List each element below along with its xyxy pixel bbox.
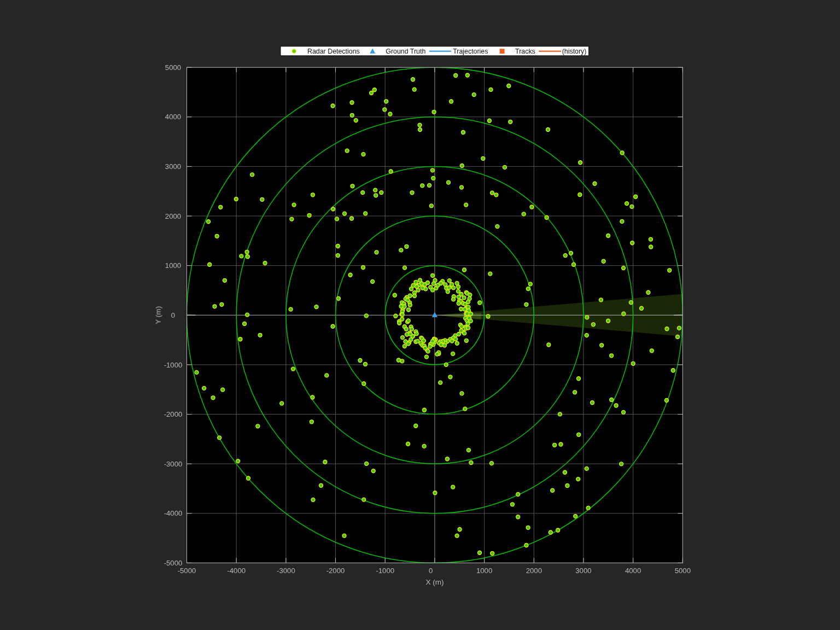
svg-text:-1000: -1000 [164,361,183,369]
svg-text:-4000: -4000 [164,509,183,517]
svg-text:Tracks: Tracks [515,48,535,55]
svg-text:5000: 5000 [165,63,181,72]
svg-text:Y (m): Y (m) [154,306,162,324]
svg-text:Ground Truth: Ground Truth [386,48,425,55]
svg-text:0: 0 [171,311,175,319]
svg-text:Radar Detections: Radar Detections [307,48,360,55]
svg-text:5000: 5000 [675,567,691,575]
svg-text:Trajectories: Trajectories [453,48,488,55]
svg-text:1000: 1000 [476,567,492,575]
svg-text:1000: 1000 [165,261,181,270]
svg-text:2000: 2000 [526,567,542,575]
svg-text:-3000: -3000 [164,460,183,468]
svg-text:4000: 4000 [165,113,181,121]
svg-text:-4000: -4000 [227,567,246,575]
svg-text:-2000: -2000 [326,567,345,575]
svg-text:-1000: -1000 [376,567,394,575]
svg-text:(history): (history) [562,48,587,55]
svg-text:3000: 3000 [165,162,181,171]
svg-text:0: 0 [429,567,433,575]
svg-text:4000: 4000 [625,567,641,575]
svg-text:2000: 2000 [165,212,181,220]
svg-text:-5000: -5000 [178,567,196,575]
svg-text:-5000: -5000 [164,559,183,567]
svg-text:-2000: -2000 [164,410,183,418]
svg-text:3000: 3000 [575,567,591,575]
svg-text:X (m): X (m) [425,578,444,586]
svg-text:-3000: -3000 [277,567,295,575]
